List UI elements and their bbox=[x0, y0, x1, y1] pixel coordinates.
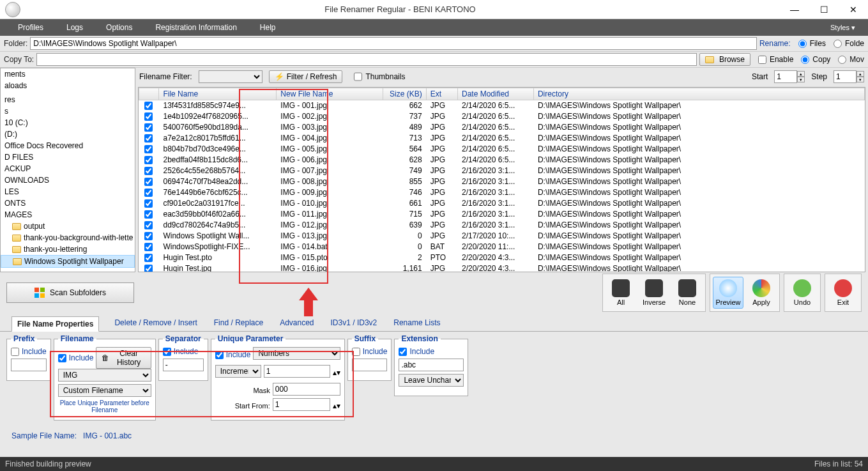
tree-item[interactable]: ACKUP bbox=[1, 163, 135, 174]
rename-files-radio[interactable] bbox=[798, 40, 807, 48]
table-row[interactable]: 5400760f5e90bd189da...IMG - 003.jpg489JP… bbox=[139, 122, 865, 133]
tree-item[interactable]: Windows Spotlight Wallpaper bbox=[1, 255, 135, 268]
row-checkbox[interactable] bbox=[144, 178, 153, 186]
preview-button[interactable]: Preview bbox=[713, 277, 743, 309]
row-checkbox[interactable] bbox=[144, 156, 153, 164]
tree-item[interactable]: ments bbox=[1, 68, 135, 80]
prefix-input[interactable] bbox=[11, 359, 47, 371]
minimize-button[interactable]: — bbox=[780, 0, 809, 19]
exit-button[interactable]: Exit bbox=[828, 277, 858, 309]
separator-include-checkbox[interactable] bbox=[163, 348, 171, 356]
row-checkbox[interactable] bbox=[144, 145, 153, 153]
filename-mode-select[interactable]: Custom Filename bbox=[58, 384, 151, 397]
enable-checkbox[interactable] bbox=[758, 56, 766, 64]
tree-item[interactable]: s bbox=[1, 105, 135, 117]
suffix-include-checkbox[interactable] bbox=[352, 348, 360, 356]
menu-registration[interactable]: Registration Information bbox=[144, 20, 248, 35]
table-row[interactable]: 2bedffa04f8b115dc8d6...IMG - 006.jpg628J… bbox=[139, 155, 865, 166]
filter-select[interactable] bbox=[199, 70, 263, 83]
clear-history-button[interactable]: 🗑Clear History bbox=[96, 347, 151, 369]
tab-id3[interactable]: ID3v1 / ID3v2 bbox=[330, 316, 379, 331]
close-button[interactable]: ✕ bbox=[839, 0, 868, 19]
tab-find-replace[interactable]: Find / Replace bbox=[213, 316, 264, 331]
menu-help[interactable]: Help bbox=[248, 20, 287, 35]
tab-advanced[interactable]: Advanced bbox=[278, 316, 315, 331]
prefix-include-checkbox[interactable] bbox=[11, 348, 19, 356]
unique-start-input[interactable] bbox=[264, 365, 330, 378]
row-checkbox[interactable] bbox=[144, 123, 153, 132]
row-checkbox[interactable] bbox=[144, 221, 153, 229]
row-checkbox[interactable] bbox=[144, 167, 153, 175]
ext-input[interactable] bbox=[399, 359, 464, 371]
ext-include-checkbox[interactable] bbox=[399, 348, 407, 356]
unique-mask-input[interactable] bbox=[273, 383, 340, 396]
styles-dropdown[interactable]: Styles ▾ bbox=[830, 24, 862, 32]
inverse-button[interactable]: Inverse bbox=[639, 277, 669, 309]
table-row[interactable]: Hugin Test.jpgIMG - 016.jpg1,161JPG2/20/… bbox=[139, 263, 865, 273]
table-row[interactable]: eac3d59bb0f46f02a66...IMG - 011.jpg715JP… bbox=[139, 209, 865, 220]
table-row[interactable]: 069474c70f7b48ea2dd...IMG - 008.jpg855JP… bbox=[139, 176, 865, 187]
none-button[interactable]: None bbox=[672, 277, 703, 309]
copyto-input[interactable] bbox=[36, 53, 697, 66]
start-input[interactable] bbox=[774, 70, 797, 83]
tree-item[interactable]: ONTS bbox=[1, 197, 135, 209]
unique-mode-select[interactable]: Increment bbox=[215, 365, 261, 378]
tab-file-name-properties[interactable]: File Name Properties bbox=[11, 316, 99, 332]
table-row[interactable]: 13f4531fd8585c974e9...IMG - 001.jpg662JP… bbox=[139, 100, 865, 111]
tab-delete-remove-insert[interactable]: Delete / Remove / Insert bbox=[113, 316, 198, 331]
filter-refresh-button[interactable]: ⚡Filter / Refresh bbox=[269, 70, 343, 83]
step-input[interactable] bbox=[834, 70, 857, 83]
unique-type-select[interactable]: Numbers bbox=[253, 347, 340, 360]
table-row[interactable]: 1e4b1092e4f76820965...IMG - 002.jpg737JP… bbox=[139, 111, 865, 122]
step-up[interactable]: ▴ bbox=[857, 71, 864, 77]
column-header[interactable]: Size (KB) bbox=[383, 88, 426, 100]
tree-item[interactable]: D FILES bbox=[1, 151, 135, 163]
table-row[interactable]: Windows Spotlight Wall...IMG - 013.jpg0J… bbox=[139, 231, 865, 242]
row-checkbox[interactable] bbox=[144, 254, 153, 262]
tree-item[interactable]: output bbox=[1, 220, 135, 232]
row-checkbox[interactable] bbox=[144, 134, 153, 143]
row-checkbox[interactable] bbox=[144, 199, 153, 208]
tree-item[interactable]: thank-you-lettering bbox=[1, 243, 135, 255]
rename-folders-radio[interactable] bbox=[834, 40, 842, 48]
tree-item[interactable]: LES bbox=[1, 186, 135, 197]
filename-value-select[interactable]: IMG bbox=[58, 369, 151, 382]
separator-input[interactable] bbox=[163, 359, 204, 371]
row-checkbox[interactable] bbox=[144, 210, 153, 219]
scan-subfolders-button[interactable]: Scan Subfolders bbox=[6, 282, 134, 303]
filename-include-checkbox[interactable] bbox=[58, 354, 66, 362]
table-row[interactable]: 2526c4c55e268b5764...IMG - 007.jpg749JPG… bbox=[139, 166, 865, 176]
tree-item[interactable]: 10 (C:) bbox=[1, 117, 135, 128]
column-header[interactable]: Ext bbox=[426, 88, 457, 100]
row-checkbox[interactable] bbox=[144, 189, 153, 197]
menu-profiles[interactable]: Profiles bbox=[6, 20, 55, 35]
tree-item[interactable]: OWNLOADS bbox=[1, 174, 135, 186]
column-header[interactable]: New File Name bbox=[277, 88, 383, 100]
start-down[interactable]: ▾ bbox=[797, 77, 805, 82]
table-row[interactable]: WindowsSpotlight-FIXE...IMG - 014.bat0BA… bbox=[139, 242, 865, 252]
unique-include-checkbox[interactable] bbox=[215, 351, 224, 359]
copy-radio[interactable] bbox=[801, 56, 809, 64]
start-up[interactable]: ▴ bbox=[797, 71, 805, 77]
row-checkbox[interactable] bbox=[144, 102, 153, 110]
tab-rename-lists[interactable]: Rename Lists bbox=[392, 316, 441, 331]
table-row[interactable]: 76e1449b6e76cbf625c...IMG - 009.jpg746JP… bbox=[139, 187, 865, 198]
thumbnails-checkbox[interactable] bbox=[354, 70, 362, 83]
tree-item[interactable]: thank-you-background-with-lette bbox=[1, 232, 135, 243]
maximize-button[interactable]: ☐ bbox=[809, 0, 839, 19]
tree-item[interactable]: MAGES bbox=[1, 209, 135, 220]
table-row[interactable]: b804b7bd70d3ce496e...IMG - 005.jpg564JPG… bbox=[139, 144, 865, 155]
row-checkbox[interactable] bbox=[144, 243, 153, 251]
menu-logs[interactable]: Logs bbox=[55, 20, 95, 35]
column-header[interactable] bbox=[139, 88, 159, 100]
tree-item[interactable]: Office Docs Recovered bbox=[1, 140, 135, 151]
column-header[interactable]: Date Modified bbox=[457, 88, 533, 100]
browse-button[interactable]: Browse bbox=[699, 53, 750, 66]
undo-button[interactable]: Undo bbox=[787, 277, 818, 309]
table-row[interactable]: dd9cd780264c74a9b5...IMG - 012.jpg639JPG… bbox=[139, 220, 865, 231]
tree-item[interactable]: res bbox=[1, 94, 135, 105]
menu-options[interactable]: Options bbox=[95, 20, 144, 35]
unique-from-input[interactable] bbox=[273, 398, 330, 411]
table-row[interactable]: a7e2a12c8017b5ffd61...IMG - 004.jpg713JP… bbox=[139, 133, 865, 144]
row-checkbox[interactable] bbox=[144, 112, 153, 121]
